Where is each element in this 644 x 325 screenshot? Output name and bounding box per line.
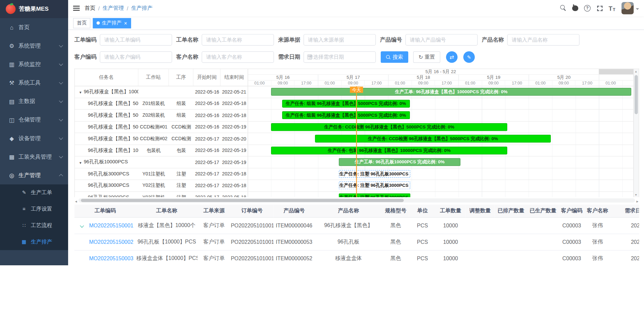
gantt-task-row[interactable]: 96孔移液盒【黑色】10000PCS 包装机 包装 2022-05-16 202… — [75, 145, 248, 157]
filter-input[interactable] — [406, 34, 478, 46]
tools-icon: ⚒ — [8, 79, 15, 86]
fullscreen-icon[interactable] — [593, 1, 606, 15]
sidebar-subitem[interactable]: ✎ 生产工单 — [0, 184, 68, 201]
workorder-code-link[interactable]: MO202205150003 — [89, 255, 133, 261]
sidebar-item-production[interactable]: ◎ 生产管理 — [0, 166, 68, 184]
chevron-down-icon — [59, 62, 63, 66]
table-row[interactable]: MO202205150001 移液盒【黑色】10000个 客户订单 PO2022… — [74, 217, 639, 234]
font-size-icon[interactable] — [606, 1, 618, 15]
filter-input[interactable] — [507, 34, 580, 46]
github-icon[interactable] — [569, 1, 581, 15]
table-row[interactable]: MO202205150003 移液盒盒体【10000】PCS 客户订单 PO20… — [74, 250, 639, 265]
workorder-table: 工单编码工单名称工单来源订单编号产品编号产品名称规格型号单位工单数量调整数量已排… — [74, 205, 639, 265]
gantt-bar[interactable]: 生产任务: 注塑 96孔孔板3000PCS 完成 — [339, 170, 410, 177]
sidebar-item[interactable]: ⌂ 首页 — [0, 18, 68, 37]
gantt-task-row[interactable]: 96孔孔板3000PCS Y03注塑机 注塑 2022-05-17 2022-0… — [75, 192, 248, 197]
sync-button[interactable] — [446, 51, 458, 63]
gantt-bar[interactable]: 生产任务: 组装 96孔移液盒【黑色】5000PCS 完成比例: 0% — [282, 111, 410, 119]
app-logo[interactable]: 苦糖果MES — [0, 0, 68, 18]
calendar-icon — [307, 55, 312, 60]
view-tab[interactable]: 生产排产 — [93, 18, 131, 28]
sidebar-subitem[interactable]: ▦ 生产排产 — [0, 234, 68, 250]
table-column-header: 需求日期 — [611, 205, 639, 217]
gantt-task-row[interactable]: 96孔移液盒【黑色】5000PCS Z01组装机 组装 2022-05-16 2… — [75, 98, 248, 110]
sidebar-item[interactable]: ◆ 设备管理 — [0, 129, 68, 147]
task-process: 注塑 — [169, 182, 194, 188]
sidebar-item[interactable]: ⚙ 系统管理 — [0, 37, 68, 55]
sidebar-item[interactable]: ⚒ 系统工具 — [0, 73, 68, 92]
gantt-grid-header-cell: 工作站 — [138, 69, 169, 86]
search-icon[interactable] — [556, 1, 569, 15]
sidebar-subitem[interactable]: ∷ 工艺流程 — [0, 217, 68, 234]
gantt-bar[interactable]: 生产工单: 96孔移液盒【黑色】10000PCS 完成比例: 0% — [271, 88, 631, 96]
reset-button[interactable]: 重置 — [413, 51, 440, 63]
filter-input[interactable] — [100, 51, 172, 63]
breadcrumb-link[interactable]: 生产管理 — [103, 4, 124, 12]
gantt-bar[interactable]: 生产任务: CCD检测 96孔移液盒【黑色】5000PCS 完成比例: 0% — [315, 135, 551, 143]
breadcrumb-link[interactable]: 生产排产 — [131, 4, 153, 12]
help-icon[interactable] — [581, 1, 594, 15]
close-icon[interactable] — [124, 20, 127, 26]
filter-input[interactable] — [202, 34, 274, 46]
gantt-task-row[interactable]: 96孔孔板3000PCS Y02注塑机 注塑 2022-05-17 2022-0… — [75, 180, 248, 192]
filter-input[interactable] — [100, 34, 172, 46]
view-tab[interactable]: 首页 — [73, 18, 90, 28]
scroll-right-arrow-icon[interactable] — [635, 197, 639, 204]
scrollbar-thumb[interactable] — [635, 75, 638, 114]
workorder-code-link[interactable]: MO202205150001 — [89, 222, 133, 228]
gantt-task-row[interactable]: 96孔孔板10000PCS 2022-05-17 2022-05-19 — [75, 157, 248, 168]
breadcrumb: 首页 生产管理 生产排产 — [85, 4, 152, 12]
gantt-bar[interactable]: 生产任务: 注塑 96孔孔板3000PCS 完成 — [339, 181, 410, 189]
gantt-task-row[interactable]: 96孔移液盒【黑色】10000PCS 2022-05-16 2022-05-21 — [75, 86, 248, 98]
cell-product-name: 96孔孔板 — [315, 234, 382, 250]
workorder-code-link[interactable]: MO202205150002 — [89, 239, 133, 245]
refresh-icon — [419, 54, 425, 60]
expand-chevron-icon[interactable] — [80, 223, 84, 227]
avatar[interactable] — [622, 2, 634, 14]
scrollbar-thumb[interactable] — [81, 199, 404, 202]
chevron-down-icon — [59, 154, 63, 158]
sidebar-subitem[interactable]: ≡ 工序设置 — [0, 201, 68, 217]
gantt-bar[interactable]: 生产任务: 注塑 96孔孔板3000PCS 完成 — [339, 193, 410, 197]
sidebar-item[interactable]: ▤ 主数据 — [0, 92, 68, 110]
gantt-bar[interactable]: 生产任务: 包装 96孔移液盒【黑色】10000PCS 完成比例: 0% — [271, 147, 507, 154]
user-menu[interactable] — [622, 2, 639, 14]
filter-input[interactable] — [202, 51, 274, 63]
tree-collapse-icon[interactable] — [79, 89, 82, 95]
gantt-task-row[interactable]: 96孔移液盒【黑色】5000PCS CCD检测#01 CCD检测 2022-05… — [75, 121, 248, 133]
gantt-bar[interactable]: 生产工单: 96孔孔板10000PCS 完成比例: 0% — [339, 158, 461, 166]
cell-produced-qty — [527, 250, 559, 265]
gantt-horizontal-scrollbar[interactable] — [74, 198, 639, 203]
search-button[interactable]: 搜索 — [381, 51, 408, 63]
gantt-bar[interactable]: 生产任务: CCD检测 96孔移液盒【黑色】5000PCS 完成比例: 0% — [271, 123, 507, 131]
gantt-bar-row: 生产工单: 96孔移液盒【黑色】10000PCS 完成比例: 0% — [248, 86, 634, 98]
sidebar-item[interactable]: ▩ 工装夹具管理 — [0, 148, 68, 166]
filter-input[interactable] — [304, 51, 376, 63]
filter-input[interactable] — [304, 34, 376, 46]
table-row[interactable]: MO202205150002 96孔孔板【10000】PCS 客户订单 PO20… — [74, 234, 639, 250]
task-name: 96孔移液盒【黑色】5000PCS — [88, 135, 138, 142]
task-start-date: 2022-05-16 — [194, 113, 221, 118]
sidebar-toggle-button[interactable] — [68, 0, 85, 16]
gantt-task-row[interactable]: 96孔移液盒【黑色】5000PCS CCD检测#02 CCD检测 2022-05… — [75, 133, 248, 145]
sidebar-item[interactable]: ◫ 仓储管理 — [0, 110, 68, 129]
sidebar-item[interactable]: ▥ 系统监控 — [0, 55, 68, 73]
scrollbar-track[interactable] — [78, 198, 635, 202]
table-column-header: 调整数量 — [465, 205, 495, 217]
gantt-task-row[interactable]: 96孔移液盒【黑色】5000PCS Z02组装机 组装 2022-05-16 2… — [75, 110, 248, 121]
edit-button[interactable] — [463, 51, 475, 63]
task-start-date: 2022-05-17 — [194, 136, 221, 141]
task-end-date: 2022-05-18 — [221, 171, 248, 176]
chevron-down-icon — [59, 136, 63, 140]
tree-collapse-icon[interactable] — [79, 159, 82, 165]
chevron-down-icon — [59, 43, 63, 47]
scroll-left-arrow-icon[interactable] — [74, 197, 78, 204]
task-start-date: 2022-05-17 — [194, 183, 221, 188]
filter-label: 客户名称 — [176, 53, 198, 61]
gantt-bar[interactable]: 生产任务: 组装 96孔移液盒【黑色】5000PCS 完成比例: 0% — [282, 100, 410, 107]
gantt-vertical-scrollbar[interactable] — [633, 69, 639, 197]
gantt-task-row[interactable]: 96孔孔板3000PCS Y01注塑机 注塑 2022-05-17 2022-0… — [75, 168, 248, 180]
breadcrumb-link[interactable]: 首页 — [85, 4, 95, 12]
flow-icon: ∷ — [20, 223, 28, 228]
cell-product-no: ITEM00000053 — [274, 234, 315, 250]
